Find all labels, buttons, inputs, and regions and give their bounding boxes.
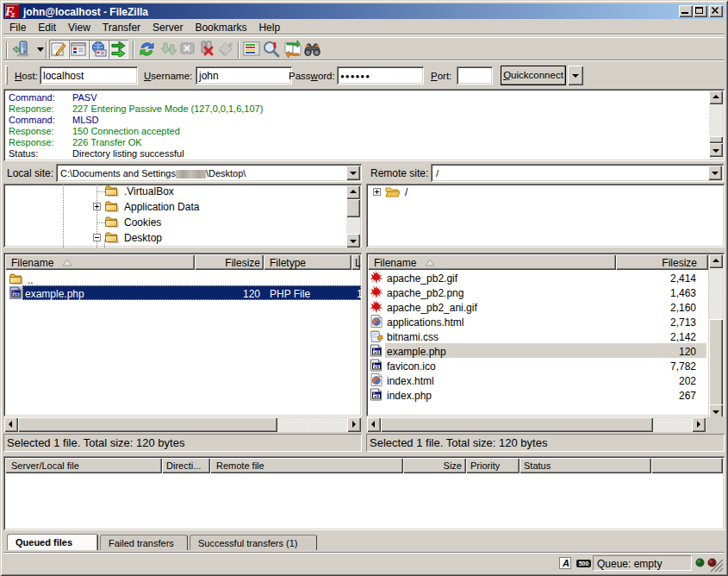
svg-text:z: z: [10, 9, 16, 18]
